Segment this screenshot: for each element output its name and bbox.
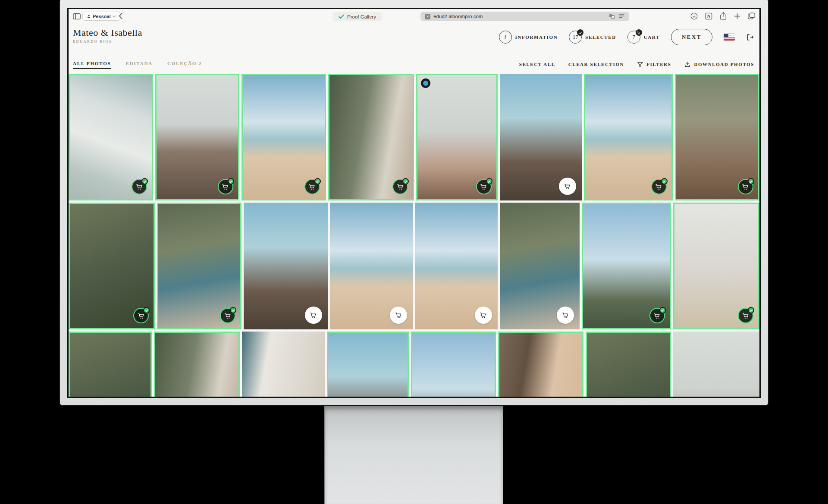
photo-tile-couple-running-on-beach[interactable]	[242, 74, 326, 200]
in-cart-selected-badge[interactable]	[218, 179, 233, 194]
in-cart-selected-badge[interactable]	[133, 308, 149, 323]
tab-editada[interactable]: EDITADA	[125, 61, 153, 69]
photo-tile-greenery-with-sign[interactable]	[411, 332, 496, 398]
cart-icon	[564, 183, 571, 190]
check-icon	[316, 180, 319, 183]
photo-tile-couple-sunglasses-closeup[interactable]	[673, 332, 759, 398]
photo-grid	[69, 74, 759, 398]
cart-counter[interactable]: 7 CART	[627, 31, 660, 44]
selected-check-icon	[748, 307, 754, 313]
check-icon	[487, 180, 491, 183]
photo-tile-couple-kissing-greenery[interactable]	[328, 74, 414, 200]
cart-icon	[222, 183, 229, 191]
clear-selection-button[interactable]: CLEAR SELECTION	[568, 62, 624, 67]
check-icon	[145, 309, 148, 312]
tab-all-photos[interactable]: ALL PHOTOS	[73, 61, 111, 69]
in-cart-selected-badge[interactable]	[476, 179, 492, 194]
cart-icon	[310, 312, 317, 319]
next-button[interactable]: NEXT	[671, 29, 712, 45]
in-cart-selected-badge[interactable]	[738, 308, 753, 323]
cart-icon	[480, 312, 487, 319]
selected-check-icon	[230, 307, 236, 313]
photo-tile-couple-embrace-beach[interactable]	[673, 203, 759, 329]
photo-tile-waves-on-rocks[interactable]	[500, 74, 582, 200]
photo-tile-couple-laughing-greenery[interactable]	[586, 332, 671, 398]
profile-dropdown[interactable]: Pessoal	[82, 12, 120, 21]
filters-button[interactable]: FILTERS	[637, 61, 671, 68]
cart-icon	[742, 183, 749, 191]
reader-view-icon[interactable]	[618, 14, 625, 19]
photo-tile-couple-on-boat[interactable]	[157, 203, 242, 329]
gallery-subbar: ALL PHOTOS EDITADA COLEÇÃO 2 SELECT ALL …	[69, 59, 759, 74]
add-to-cart-button[interactable]	[557, 307, 574, 324]
monitor-frame: Pessoal Proof Gallery ✕ edud2.albo	[59, 0, 769, 406]
in-cart-selected-badge[interactable]	[649, 308, 665, 323]
photo-tile-couple-piggyback-in-surf[interactable]	[69, 74, 153, 200]
download-photos-button[interactable]: DOWNLOAD PHOTOS	[684, 61, 754, 68]
selected-check-icon	[228, 178, 234, 185]
photo-tile-person-on-rock-under-sky[interactable]	[582, 203, 671, 329]
in-cart-selected-badge[interactable]	[738, 179, 753, 194]
selected-check-icon	[659, 307, 666, 313]
photo-grid-row	[69, 332, 759, 398]
check-icon	[404, 180, 408, 183]
check-icon	[749, 180, 753, 183]
add-to-cart-button[interactable]	[305, 307, 322, 324]
photo-tile-white-dress-on-boat[interactable]	[242, 332, 325, 398]
person-icon	[87, 14, 91, 19]
blue-label-marker-icon[interactable]	[421, 78, 430, 88]
cart-icon	[397, 183, 404, 191]
logout-icon[interactable]	[746, 33, 754, 41]
photo-tile-couple-kissing-on-rocks[interactable]	[244, 203, 327, 329]
language-flag-us[interactable]	[724, 34, 735, 41]
selected-counter[interactable]: 17 SELECTED	[569, 31, 616, 44]
photo-tile-couple-hug-greenery[interactable]	[154, 332, 239, 398]
page-title: Mateo & Isabella	[73, 27, 142, 38]
address-bar[interactable]: ✕ edud2.alboompro.com	[420, 12, 629, 21]
selected-check-icon	[314, 178, 321, 185]
photo-tile-couple-embrace-on-rock[interactable]	[675, 74, 759, 200]
downloads-icon[interactable]	[690, 13, 698, 20]
photo-tile-couple-dancing-beach[interactable]	[415, 203, 498, 329]
photo-tile-couple-walking-beach[interactable]	[330, 203, 413, 329]
bookmark-tab[interactable]: Proof Gallery	[332, 12, 382, 21]
photo-tile-couple-on-rocks[interactable]	[155, 74, 239, 200]
selected-check-icon	[486, 178, 492, 185]
filter-funnel-icon	[637, 61, 643, 68]
back-button[interactable]	[119, 13, 123, 19]
information-button[interactable]: i INFORMATION	[499, 31, 558, 44]
in-cart-selected-badge[interactable]	[304, 179, 320, 194]
new-tab-icon[interactable]	[734, 13, 740, 19]
select-all-button[interactable]: SELECT ALL	[519, 62, 555, 67]
photo-tile-couple-sitting-on-boat[interactable]	[500, 203, 580, 329]
in-cart-selected-badge[interactable]	[392, 179, 408, 194]
cart-icon	[395, 312, 402, 319]
share-icon[interactable]	[720, 12, 727, 20]
add-to-cart-button[interactable]	[559, 178, 576, 195]
notion-extension-icon[interactable]: N	[705, 13, 712, 20]
proof-check-icon	[339, 14, 344, 19]
cart-icon	[562, 312, 569, 319]
photo-tile-tattooed-arm-writing-in-sand[interactable]	[498, 332, 583, 398]
photo-tile-man-with-sunglasses[interactable]	[69, 203, 155, 329]
selected-count: 17	[573, 34, 578, 41]
cart-badge-icon	[636, 29, 642, 36]
bookmark-label: Proof Gallery	[347, 14, 376, 19]
sidebar-toggle-icon[interactable]	[73, 13, 81, 20]
monitor-stand	[324, 406, 503, 504]
in-cart-selected-badge[interactable]	[132, 179, 147, 194]
cart-icon	[136, 183, 143, 191]
photo-tile-couple-faces-closeup[interactable]	[416, 74, 498, 200]
tab-overview-icon[interactable]	[748, 13, 755, 19]
in-cart-selected-badge[interactable]	[220, 308, 235, 323]
translate-icon[interactable]	[609, 14, 615, 19]
photo-tile-coastal-bushes[interactable]	[69, 332, 152, 398]
photo-tile-couple-kissing-rock-sea[interactable]	[327, 332, 409, 398]
cart-icon	[480, 183, 487, 191]
photo-tile-beach-lift-couple[interactable]	[584, 74, 673, 200]
in-cart-selected-badge[interactable]	[651, 179, 667, 194]
add-to-cart-button[interactable]	[475, 307, 492, 324]
add-to-cart-button[interactable]	[390, 307, 407, 324]
photo-grid-row	[69, 203, 759, 329]
tab-colecao-2[interactable]: COLEÇÃO 2	[167, 61, 202, 69]
